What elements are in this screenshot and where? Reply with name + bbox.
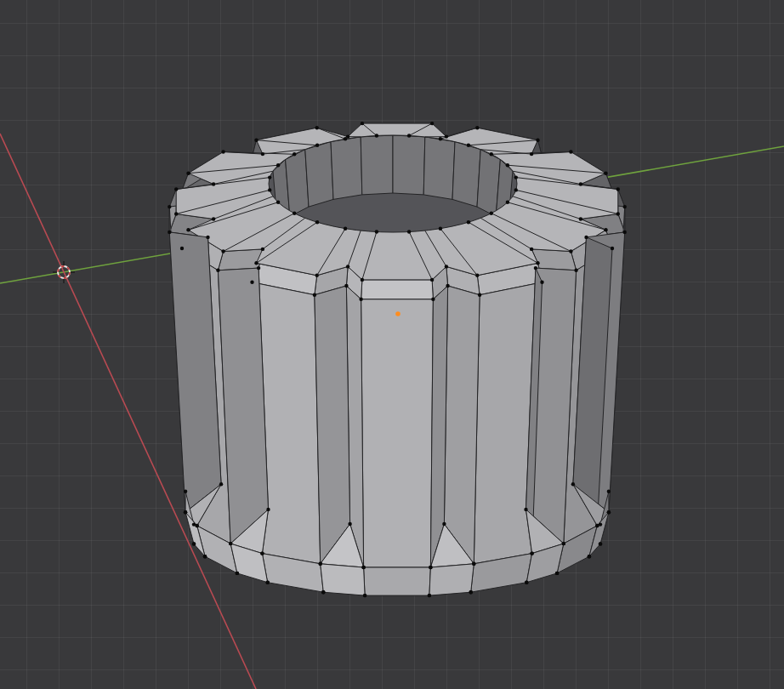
3d-viewport[interactable] <box>0 0 784 689</box>
mesh-object[interactable] <box>168 122 627 597</box>
selected-vertex[interactable] <box>395 311 401 316</box>
mesh-faces[interactable] <box>169 123 624 595</box>
viewport-canvas[interactable] <box>0 0 784 689</box>
